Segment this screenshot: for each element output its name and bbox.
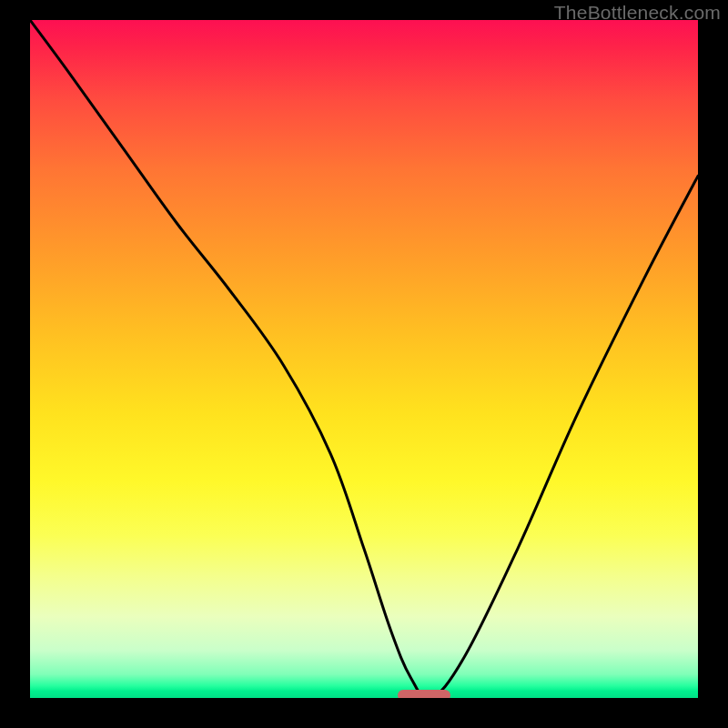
watermark-text: TheBottleneck.com — [554, 2, 721, 24]
bottleneck-curve — [30, 20, 698, 698]
chart-frame: TheBottleneck.com — [0, 0, 728, 728]
optimal-range-marker — [398, 690, 451, 698]
plot-area — [30, 20, 698, 698]
